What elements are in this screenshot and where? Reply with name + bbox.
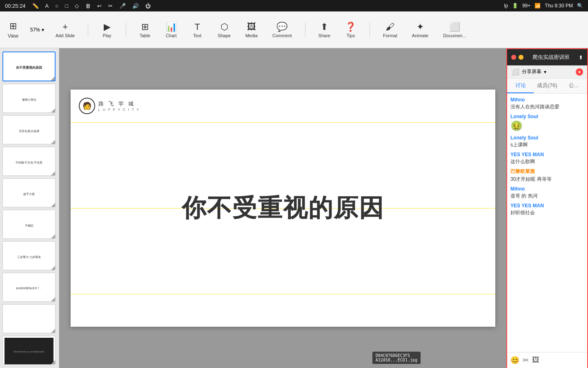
scissors-button[interactable]: ✂ — [523, 356, 529, 365]
slide-thumb-1[interactable]: 你不受重视的原因 — [2, 52, 56, 81]
shape-label: Shape — [218, 33, 231, 38]
play-button[interactable]: ▶ Play — [98, 20, 116, 40]
zoom-value: 57% — [30, 27, 40, 33]
chat-username-4: YES YES MAN — [510, 152, 584, 157]
chat-panel-title: 爬虫实战密训班 — [532, 54, 570, 61]
chart-icon: 📊 — [166, 22, 177, 32]
separator-2 — [126, 22, 126, 37]
slide-thumb-10[interactable]: Shut the fuck up, Live A美好Life(!) — [2, 336, 56, 365]
image-button[interactable]: 🖼 — [532, 356, 539, 365]
slide-main-heading: 你不受重视的原因 — [182, 192, 384, 225]
corner-4 — [51, 171, 55, 175]
slide-thumb-7[interactable]: 三岁看大·七岁看老 — [2, 241, 56, 270]
shape-button[interactable]: ⬡ Shape — [214, 20, 234, 40]
slide-content-9 — [4, 306, 53, 333]
media-icon: 🖼 — [247, 22, 256, 32]
slide-thumb-8[interactable]: 如何获得重用&晋升？ · · · — [2, 273, 56, 302]
chat-username-1: Mihno — [510, 97, 584, 103]
slide-content-6: 不确定 — [4, 212, 53, 239]
slide-text-2: 修炼心智位 — [22, 98, 36, 101]
chat-panel-header: 爬虫实战密训班 ⬆ — [507, 49, 587, 65]
separator-4 — [370, 22, 370, 37]
chat-username-3: Lonely Soul — [510, 135, 584, 141]
comment-label: Comment — [272, 33, 292, 38]
window-controls — [511, 55, 523, 60]
slide-text-4: 不积极·不主动·不负责 — [16, 161, 43, 164]
slide-sub-8: · · · — [40, 288, 42, 291]
corner-8 — [51, 297, 55, 301]
menu-tool-rect: □ — [65, 3, 68, 9]
tab-public[interactable]: 公... — [561, 79, 587, 93]
chat-username-7: YES YES MAN — [510, 203, 584, 209]
media-label: Media — [245, 33, 258, 38]
share-icon: ⬆ — [321, 22, 328, 32]
guideline-bottom — [71, 294, 495, 294]
close-button[interactable] — [511, 55, 516, 60]
add-slide-icon: + — [62, 22, 68, 32]
document-button[interactable]: ⬜ Documen... — [440, 20, 469, 40]
minimize-button[interactable] — [519, 55, 523, 60]
menu-tool-circle: ○ — [55, 3, 58, 9]
screen-share-dropdown[interactable]: ▾ — [544, 69, 546, 75]
corner-9 — [51, 329, 55, 333]
slide-panel[interactable]: 你不受重视的原因 修炼心智位 无存在感·太低调 — [0, 48, 59, 368]
media-button[interactable]: 🖼 Media — [242, 20, 261, 40]
battery-count: 99+ — [522, 3, 530, 9]
screen-share-bar[interactable]: ⬜ 分享屏幕 ▾ ● — [507, 65, 587, 79]
chat-panel: 爬虫实战密训班 ⬆ ⬜ 分享屏幕 ▾ ● 讨论 成员(76) 公... Mihn… — [506, 48, 588, 368]
chat-msg-6: Mihno 道哥 的 热河 — [510, 186, 584, 200]
animate-button[interactable]: ✦ Animate — [409, 20, 432, 40]
corner-7 — [51, 266, 55, 270]
slide-thumb-4[interactable]: 不积极·不主动·不负责 — [2, 147, 56, 176]
wifi-icon: 📶 — [535, 3, 541, 9]
menu-tool-diamond: ◇ — [75, 3, 79, 9]
slide-thumb-3[interactable]: 无存在感·太低调 — [2, 115, 56, 144]
slide-content-3: 无存在感·太低调 — [4, 117, 53, 144]
slide-thumb-9[interactable] — [2, 304, 56, 333]
menu-tool-power: ⏻ — [145, 3, 151, 9]
tab-members[interactable]: 成员(76) — [534, 79, 560, 93]
comment-button[interactable]: 💬 Comment — [269, 20, 295, 40]
play-label: Play — [102, 33, 111, 38]
chat-text-3: s上课啊 — [510, 141, 584, 148]
canvas-area: 🧑 路 飞 学 城 L U F F Y C I T Y 你不受重视的原因 D84… — [59, 48, 506, 368]
chart-button[interactable]: 📊 Chart — [162, 20, 180, 40]
emoji-button[interactable]: 😊 — [510, 356, 519, 365]
table-button[interactable]: ⊞ Table — [136, 20, 154, 40]
document-label: Documen... — [443, 33, 466, 38]
slide-text-10: Shut the fuck up, Live A美好Life(!) — [13, 350, 44, 353]
share-label: Share — [318, 33, 330, 38]
view-button[interactable]: ⊞ View — [4, 19, 22, 40]
share-button[interactable]: ⬆ Share — [315, 20, 334, 40]
slide-thumb-2[interactable]: 修炼心智位 — [2, 84, 56, 113]
tab-discuss[interactable]: 讨论 — [507, 79, 534, 93]
chat-msg-5: 巴黎欧莱雅 30才开始呢 再等等 — [510, 168, 584, 183]
corner-1 — [51, 76, 55, 81]
tips-button[interactable]: ❓ Tips — [342, 20, 360, 40]
text-button[interactable]: T Text — [188, 20, 206, 40]
slide-image-10: Shut the fuck up, Live A美好Life(!) — [4, 338, 53, 365]
chat-emoji-2: 🤢 — [510, 120, 584, 132]
share-icon-header[interactable]: ⬆ — [579, 54, 583, 61]
add-slide-button[interactable]: + Add Slide — [52, 20, 78, 40]
chat-text-6: 道哥 的 热河 — [510, 193, 584, 200]
chat-text-4: 这什么歌啊 — [510, 158, 584, 165]
slide-thumb-5[interactable]: 超乎力度 — [2, 178, 56, 207]
clock-time: 00:25:24 — [5, 3, 26, 9]
zoom-control[interactable]: 57% ▾ — [30, 27, 44, 33]
main-area: 你不受重视的原因 修炼心智位 无存在感·太低调 — [0, 48, 588, 368]
slide-content-5: 超乎力度 — [4, 180, 53, 207]
toolbar-main: ⊞ View 57% ▾ + Add Slide ▶ Play ⊞ Table … — [0, 11, 588, 48]
format-button[interactable]: 🖌 Format — [380, 20, 401, 40]
corner-3 — [51, 140, 55, 144]
play-icon: ▶ — [104, 22, 111, 32]
chat-input-area: 😊 ✂ 🖼 — [507, 352, 587, 368]
menubar-left: 00:25:24 ✏️ A ○ □ ◇ 🗑 ↩ ✂ 🎤 🔊 ⏻ — [5, 3, 151, 9]
search-icon[interactable]: 🔍 — [577, 3, 583, 9]
time-display: Thu 8:30 PM — [545, 3, 573, 9]
menubar: 00:25:24 ✏️ A ○ □ ◇ 🗑 ↩ ✂ 🎤 🔊 ⏻ lp 🔋 99+… — [0, 0, 588, 11]
format-label: Format — [383, 33, 397, 38]
toolbar: ⊞ View 57% ▾ + Add Slide ▶ Play ⊞ Table … — [0, 11, 588, 48]
slide-thumb-6[interactable]: 不确定 — [2, 210, 56, 239]
add-slide-label: Add Slide — [56, 33, 75, 38]
